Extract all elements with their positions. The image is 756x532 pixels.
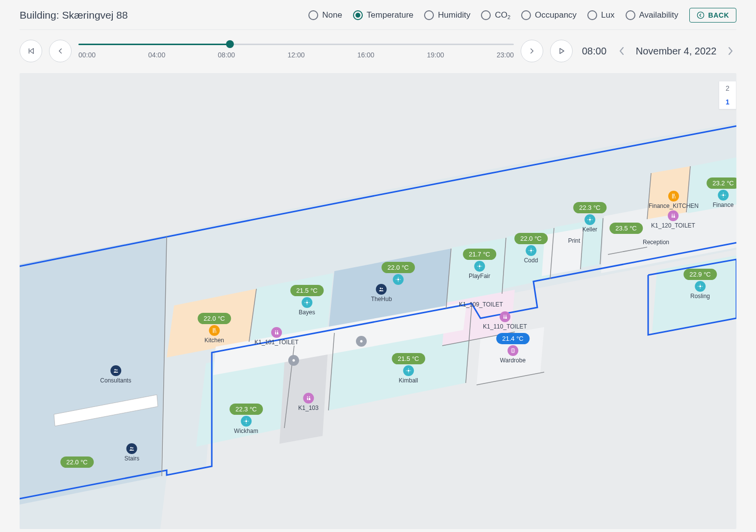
room-annotation[interactable] <box>356 336 367 348</box>
room-annotation[interactable]: Print <box>568 237 580 244</box>
temperature-badge: 21.5 °C <box>392 353 425 364</box>
temperature-badge: 22.0 °C <box>514 233 548 244</box>
back-arrow-icon <box>697 11 705 19</box>
svg-point-39 <box>116 369 118 371</box>
slider-tick: 08:00 <box>218 51 235 59</box>
back-label: BACK <box>708 11 729 19</box>
floor-item-1[interactable]: 1 <box>719 95 736 109</box>
room-name-label: TheHub <box>371 296 392 303</box>
back-button[interactable]: BACK <box>689 8 736 23</box>
people-icon <box>126 443 137 454</box>
room-name-label: Keller <box>573 226 606 233</box>
room-name-label: K1_110_TOILET <box>483 323 527 330</box>
sensor-icon <box>526 245 536 256</box>
slider-tick: 23:00 <box>497 51 514 59</box>
radio-none[interactable]: None <box>308 10 342 20</box>
room-annotation[interactable]: Stairs <box>125 443 140 462</box>
sensor-icon <box>695 281 706 292</box>
svg-point-62 <box>699 285 701 287</box>
room-annotation[interactable]: 21.5 °CBayes <box>290 285 324 316</box>
floor-picker: 2 1 <box>719 81 736 109</box>
sensor-icon <box>584 214 595 225</box>
blank-icon <box>288 355 299 366</box>
room-annotation[interactable]: 21.5 °CKimball <box>392 353 425 384</box>
room-annotation[interactable]: Consultants <box>100 365 131 384</box>
room-annotation[interactable]: 22.3 °CWickham <box>229 404 263 434</box>
room-name-label: Print <box>568 237 580 244</box>
kitchen-icon <box>209 325 220 336</box>
radio-temperature[interactable]: Temperature <box>353 10 413 20</box>
radio-humidity[interactable]: Humidity <box>424 10 470 20</box>
room-annotation[interactable]: K1_120_TOILET <box>651 210 695 229</box>
radio-none-label: None <box>322 10 342 20</box>
room-annotation[interactable]: K1_101_TOILET <box>254 327 299 346</box>
room-annotation[interactable]: 21.4 °CWardrobe <box>496 333 529 364</box>
slider-thumb[interactable] <box>226 40 234 48</box>
room-annotation[interactable]: 23.5 °C <box>609 223 643 234</box>
radio-humidity-label: Humidity <box>438 10 470 20</box>
date-next-button[interactable] <box>725 43 736 59</box>
radio-co2[interactable]: CO2 <box>481 10 510 20</box>
room-annotation[interactable]: 22.3 °CKeller <box>573 202 606 233</box>
room-annotation[interactable]: 22.0 °C <box>381 262 415 286</box>
room-annotation[interactable] <box>288 355 299 367</box>
chevron-left-icon <box>619 46 625 56</box>
svg-marker-11 <box>542 228 583 276</box>
svg-point-59 <box>672 214 673 215</box>
timeline-restart-button[interactable] <box>20 40 42 62</box>
svg-point-38 <box>114 369 116 371</box>
radio-occupancy[interactable]: Occupancy <box>521 10 577 20</box>
room-name-label: K1_103 <box>298 405 318 411</box>
timeline-prev-button[interactable] <box>49 40 72 62</box>
svg-point-50 <box>479 265 480 267</box>
room-annotation[interactable]: K1_103 <box>298 393 318 411</box>
room-annotation[interactable]: TheHub <box>371 284 392 303</box>
room-annotation[interactable]: Reception <box>643 238 669 246</box>
room-name-label: PlayFair <box>463 273 496 279</box>
radio-co2-label: CO2 <box>495 10 510 20</box>
slider-tick: 12:00 <box>287 51 304 59</box>
room-name-label: Wickham <box>229 428 263 434</box>
svg-point-37 <box>132 447 134 449</box>
radio-occupancy-label: Occupancy <box>535 10 577 20</box>
room-name-label: Rosling <box>683 293 717 300</box>
svg-point-57 <box>530 250 532 252</box>
temperature-badge: 22.9 °C <box>683 269 717 280</box>
room-annotation[interactable]: 22.0 °CCodd <box>514 233 548 264</box>
floorplan-viewport[interactable]: 2 1 22.0 °CStairsConsultants22.0 °CKitch… <box>20 73 736 529</box>
radio-lux[interactable]: Lux <box>587 10 614 20</box>
room-name-label: Wardrobe <box>496 357 529 364</box>
people-icon <box>110 365 121 376</box>
time-slider[interactable]: 00:00 04:00 08:00 12:00 16:00 19:00 23:0… <box>78 44 514 59</box>
temperature-badge: 23.2 °C <box>706 177 736 189</box>
room-annotation[interactable]: 22.9 °CRosling <box>683 269 717 300</box>
timeline-next-button[interactable] <box>521 40 543 62</box>
svg-point-42 <box>277 330 278 331</box>
sensor-icon <box>403 365 414 376</box>
date-prev-button[interactable] <box>616 43 628 59</box>
radio-availability[interactable]: Availability <box>626 10 679 20</box>
svg-point-55 <box>293 359 295 362</box>
temperature-badge: 22.3 °C <box>229 404 263 415</box>
room-annotation[interactable]: Finance_KITCHEN <box>649 191 699 209</box>
svg-point-56 <box>360 340 363 343</box>
room-annotation[interactable]: 21.7 °CPlayFair <box>463 249 496 279</box>
svg-point-47 <box>382 288 383 289</box>
toilet-icon <box>500 311 510 322</box>
timeline-play-button[interactable] <box>550 40 573 62</box>
current-date: November 4, 2022 <box>634 46 718 57</box>
svg-point-45 <box>309 396 310 397</box>
room-annotation[interactable]: 22.0 °C <box>60 456 94 468</box>
page-title: Building: Skæringvej 88 <box>20 9 128 21</box>
svg-point-52 <box>505 315 506 316</box>
room-annotation[interactable]: K1_109_TOILET <box>459 301 503 308</box>
floor-item-2[interactable]: 2 <box>719 81 736 95</box>
room-annotation[interactable]: 23.2 °CFinance <box>706 177 736 208</box>
room-annotation[interactable]: K1_110_TOILET <box>483 311 527 330</box>
svg-point-60 <box>674 214 675 215</box>
skip-back-icon <box>26 47 35 55</box>
room-name-label: Stairs <box>125 455 140 462</box>
chevron-left-icon <box>56 47 65 55</box>
svg-point-48 <box>397 279 399 280</box>
room-annotation[interactable]: 22.0 °CKitchen <box>198 313 231 344</box>
